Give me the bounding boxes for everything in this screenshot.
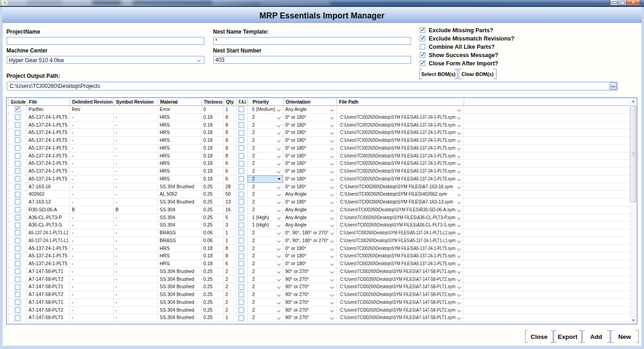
priority-cell[interactable]: 2 — [247, 191, 283, 198]
symbol-revision-cell[interactable]: - — [114, 260, 158, 268]
project-output-path-input[interactable] — [6, 81, 618, 91]
orientation-cell[interactable]: 0° or 180° — [283, 245, 337, 253]
fai-checkbox[interactable]: ✓ — [238, 161, 244, 167]
qty-cell[interactable]: 6 — [224, 175, 236, 183]
file-path-cell[interactable]: C:\Users\TCI00260\Desktop\SYM FILES\A5-1… — [337, 160, 464, 168]
symbol-revision-cell[interactable]: - — [114, 129, 158, 137]
material-cell[interactable]: BRASS — [158, 237, 201, 245]
file-path-cell[interactable]: C:\Users\TCI00260\Desktop\SYM FILES\A7-1… — [337, 276, 464, 284]
delimited-revision-cell[interactable]: - — [70, 183, 114, 191]
maximize-button[interactable] — [618, 0, 627, 6]
delimited-revision-cell[interactable]: - — [70, 198, 114, 206]
material-cell[interactable]: HRS — [158, 145, 201, 152]
qty-cell[interactable]: 8 — [224, 252, 236, 260]
symbol-revision-cell[interactable]: - — [114, 283, 158, 291]
exclude-checkbox[interactable]: ✓ — [15, 137, 21, 143]
symbol-revision-cell[interactable]: B — [114, 206, 158, 214]
file-path-cell[interactable]: C:\Users\TCI00260\Desktop\SYM FILES\A7-1… — [337, 183, 464, 191]
file-path-cell[interactable]: C:\Users\TCI00260\Desktop\SYM FILES\A7-1… — [337, 291, 464, 299]
priority-cell[interactable]: 2 — [247, 198, 283, 206]
qty-cell[interactable]: 13 — [224, 198, 236, 206]
delimited-revision-cell[interactable]: - — [70, 307, 114, 314]
delimited-revision-cell[interactable]: - — [70, 145, 114, 152]
delimited-revision-cell[interactable]: - — [70, 237, 114, 245]
orientation-cell[interactable]: 0° or 180° — [283, 152, 337, 160]
qty-cell[interactable]: 8 — [224, 137, 236, 145]
close-button[interactable]: Close — [525, 330, 553, 343]
fai-checkbox[interactable]: ✓ — [238, 238, 244, 244]
fai-checkbox[interactable]: ✓ — [238, 307, 244, 313]
thickness-cell[interactable]: 0.25 — [201, 268, 224, 276]
priority-cell[interactable]: 2 — [247, 283, 283, 291]
file-cell[interactable]: A5-137-24-1-PLT5 — [27, 260, 70, 268]
orientation-cell[interactable]: 0° or 180° — [283, 129, 337, 137]
thickness-cell[interactable]: 0.25 — [201, 283, 224, 291]
thickness-cell[interactable]: 0.25 — [201, 291, 224, 299]
file-cell[interactable]: A5-137-24-1-PLT5 — [27, 152, 70, 160]
exclude-checkbox[interactable]: ✓ — [15, 291, 21, 297]
symbol-revision-cell[interactable]: - — [114, 221, 158, 229]
orientation-cell[interactable]: 0° or 180° — [283, 160, 337, 168]
orientation-cell[interactable]: 90° or 270° — [283, 291, 337, 299]
qty-cell[interactable]: 8 — [224, 145, 236, 152]
file-path-cell[interactable]: C:\Users\TCI00260\Desktop\SYM FILES\A5-1… — [337, 129, 464, 137]
qty-cell[interactable]: 2 — [224, 276, 236, 284]
delimited-revision-cell[interactable]: - — [70, 175, 114, 183]
material-cell[interactable]: Error — [158, 106, 201, 114]
delimited-revision-cell[interactable]: - — [70, 160, 114, 168]
file-cell[interactable]: A7-147-58-PLT2 — [27, 291, 70, 299]
file-path-cell[interactable] — [337, 106, 464, 114]
fai-checkbox[interactable]: ✓ — [238, 168, 244, 174]
fai-checkbox[interactable]: ✓ — [238, 176, 244, 182]
fai-checkbox[interactable]: ✓ — [238, 245, 244, 251]
grid-column-header[interactable]: Qty — [224, 98, 237, 105]
grid-column-header[interactable]: Delimited Revision — [70, 98, 114, 105]
delimited-revision-cell[interactable]: - — [70, 152, 114, 160]
file-cell[interactable]: A5-137-24-1-PLT5 — [27, 160, 70, 168]
priority-cell[interactable]: 2 — [247, 152, 283, 160]
thickness-cell[interactable]: 0 — [201, 106, 224, 114]
fai-checkbox[interactable]: ✓ — [238, 315, 244, 321]
material-cell[interactable]: BRASS — [158, 229, 201, 237]
orientation-cell[interactable]: 0° or 180° — [283, 252, 337, 260]
fai-checkbox[interactable]: ✓ — [238, 137, 244, 143]
file-cell[interactable]: A7-147-58-PLT2 — [27, 276, 70, 284]
add-button[interactable]: Add — [582, 330, 610, 343]
material-cell[interactable]: HRS — [158, 168, 201, 175]
orientation-cell[interactable]: 0° or 180° — [283, 114, 337, 122]
orientation-cell[interactable]: 0° or 180° — [283, 198, 337, 206]
material-cell[interactable]: SS 304 Brushed — [158, 283, 201, 291]
material-cell[interactable]: HRS — [158, 137, 201, 145]
symbol-revision-cell[interactable]: - — [114, 122, 158, 129]
priority-cell[interactable]: 2 — [247, 268, 283, 276]
delimited-revision-cell[interactable]: - — [70, 221, 114, 229]
symbol-revision-cell[interactable]: - — [114, 229, 158, 237]
symbol-revision-cell[interactable]: - — [114, 168, 158, 175]
priority-cell[interactable]: 2 — [247, 206, 283, 214]
delimited-revision-cell[interactable]: - — [70, 260, 114, 268]
fai-checkbox[interactable]: ✓ — [238, 276, 244, 282]
thickness-cell[interactable]: 0.18 — [201, 175, 224, 183]
priority-cell[interactable]: 5 (Medium) — [247, 106, 283, 114]
material-cell[interactable]: SS 304 Brushed — [158, 268, 201, 276]
scroll-up-button[interactable] — [630, 99, 637, 105]
symbol-revision-cell[interactable]: - — [114, 198, 158, 206]
exclude-checkbox[interactable]: ✓ — [15, 315, 21, 321]
thickness-cell[interactable]: 0.25 — [201, 221, 224, 229]
delimited-revision-cell[interactable]: - — [70, 214, 114, 222]
material-cell[interactable]: HRS — [158, 160, 201, 168]
orientation-cell[interactable]: Any Angle — [283, 106, 337, 114]
file-path-cell[interactable]: C:\Users\TCI00260\Desktop\SYM FILES\A5-1… — [337, 175, 464, 183]
nest-name-template-input[interactable] — [213, 37, 411, 45]
orientation-cell[interactable]: 90° or 270° — [283, 299, 337, 307]
file-path-cell[interactable]: C:\Users\TCI00260\Desktop\SYM FILES\A36-… — [337, 214, 464, 222]
file-cell[interactable]: A5-137-24-1-PLT5 — [27, 175, 70, 183]
material-cell[interactable]: HRS — [158, 252, 201, 260]
orientation-cell[interactable]: Any Angle — [283, 214, 337, 222]
qty-cell[interactable]: 1 — [224, 237, 236, 245]
symbol-revision-cell[interactable]: - — [114, 237, 158, 245]
delimited-revision-cell[interactable]: - — [70, 122, 114, 129]
qty-cell[interactable]: 28 — [224, 183, 236, 191]
orientation-cell[interactable]: 90° or 270° — [283, 307, 337, 314]
qty-cell[interactable]: 8 — [224, 245, 236, 253]
